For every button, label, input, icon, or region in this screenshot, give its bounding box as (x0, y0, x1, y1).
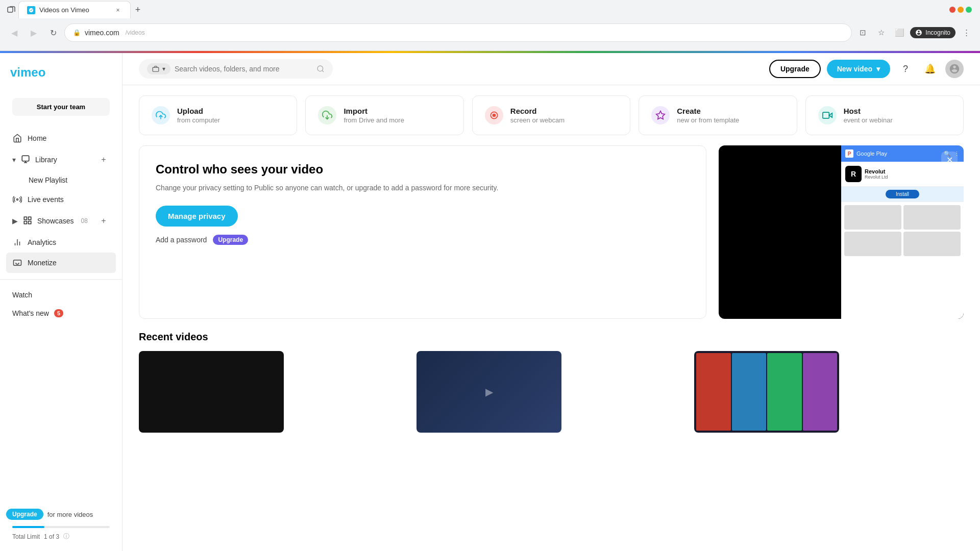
showcases-chevron: ▶ (12, 217, 18, 225)
close-tab-btn[interactable]: × (114, 6, 122, 14)
notifications-btn[interactable]: 🔔 (921, 60, 939, 78)
upgrade-btn[interactable]: Upgrade (769, 60, 821, 78)
upload-card-host[interactable]: Host event or webinar (805, 95, 964, 135)
start-team-btn[interactable]: Start your team (12, 98, 110, 116)
sidebar-bottom-nav: Watch What's new 5 (0, 286, 122, 322)
privacy-title: Control who sees your video (156, 162, 690, 177)
whats-new-badge: 5 (54, 309, 63, 317)
watch-label: Watch (12, 291, 32, 299)
showcases-left: ▶ Showcases 08 (12, 216, 88, 227)
window-maximize-btn[interactable] (966, 7, 972, 13)
upload-card-create[interactable]: Create new or from template (639, 95, 797, 135)
url-suffix: /videos (126, 29, 145, 36)
video-thumb-1[interactable] (139, 351, 284, 433)
total-limit-label: Total Limit (12, 533, 40, 540)
add-password-row: Add a password Upgrade (156, 235, 690, 245)
vimeo-logo[interactable]: vimeo (0, 61, 122, 92)
back-btn[interactable]: ◀ (6, 24, 22, 41)
sidebar-divider (0, 279, 122, 280)
sidebar-library-header[interactable]: ▾ Library + (6, 148, 116, 171)
sidebar-top-section: Start your team (0, 92, 122, 122)
new-video-btn[interactable]: New video ▾ (827, 60, 890, 78)
sidebar-showcases-header[interactable]: ▶ Showcases 08 + (6, 210, 116, 232)
forward-btn[interactable]: ▶ (26, 24, 42, 41)
sidebar-item-monetize[interactable]: Monetize (6, 253, 116, 273)
upload-card-icon-record (485, 106, 503, 124)
home-icon (12, 133, 22, 143)
window-minimize-btn[interactable] (958, 7, 964, 13)
create-sub: new or from template (677, 116, 739, 124)
bookmark-icon[interactable]: ☆ (873, 25, 889, 40)
sidebar-item-whats-new[interactable]: What's new 5 (6, 304, 116, 322)
search-icon (316, 65, 325, 73)
analytics-icon (12, 237, 22, 247)
manage-privacy-btn[interactable]: Manage privacy (156, 206, 238, 227)
window-close-btn[interactable] (949, 7, 955, 13)
showcases-icon (23, 216, 32, 227)
svg-point-3 (17, 199, 18, 201)
import-sub: from Drive and more (344, 116, 404, 124)
upgrade-small-btn[interactable]: Upgrade (6, 509, 43, 520)
upload-card-record[interactable]: Record screen or webcam (472, 95, 630, 135)
svg-rect-4 (24, 217, 27, 219)
sidebar-item-new-playlist[interactable]: New Playlist (6, 171, 116, 189)
header-actions: Upgrade New video ▾ ? 🔔 (769, 60, 964, 78)
reload-btn[interactable]: ↻ (45, 24, 61, 41)
upload-card-text-record: Record screen or webcam (510, 107, 565, 124)
search-scope-btn[interactable]: ▾ (147, 63, 170, 74)
upload-card-import[interactable]: Import from Drive and more (305, 95, 463, 135)
video-grid: ▶ (139, 351, 964, 433)
create-title: Create (677, 107, 739, 115)
new-tab-btn[interactable]: + (131, 3, 145, 17)
video-section: Control who sees your video Change your … (122, 145, 980, 331)
browser-actions: ⊡ ☆ ⬜ Incognito ⋮ (855, 25, 974, 40)
showcases-add-btn[interactable]: + (97, 215, 110, 227)
privacy-panel: Control who sees your video Change your … (139, 145, 706, 319)
cast-icon[interactable]: ⊡ (855, 25, 870, 40)
upload-card-icon-create (651, 106, 670, 124)
help-btn[interactable]: ? (896, 60, 915, 78)
library-left: ▾ Library (12, 155, 57, 165)
svg-marker-18 (656, 111, 665, 119)
for-more-videos: for more videos (47, 511, 93, 518)
svg-text:vimeo: vimeo (10, 65, 45, 79)
sidebar-item-analytics[interactable]: Analytics (6, 232, 116, 253)
upload-card-text-import: Import from Drive and more (344, 107, 404, 124)
search-input[interactable] (175, 65, 312, 73)
browser-tab-vimeo[interactable]: Videos on Vimeo × (18, 1, 131, 18)
upload-card-text-host: Host event or webinar (844, 107, 893, 124)
video-close-btn[interactable]: ✕ (941, 152, 958, 168)
address-bar[interactable]: 🔒 vimeo.com /videos (64, 23, 852, 42)
profile-icon[interactable]: ⬜ (892, 25, 907, 40)
library-add-btn[interactable]: + (97, 154, 110, 166)
video-thumb-3[interactable] (694, 351, 839, 433)
incognito-indicator: Incognito (910, 27, 955, 38)
menu-icon[interactable]: ⋮ (959, 25, 974, 40)
search-bar[interactable]: ▾ (139, 59, 333, 79)
recent-title: Recent videos (139, 331, 964, 343)
progress-bar (12, 526, 110, 528)
upload-sub: from computer (177, 116, 220, 124)
svg-rect-12 (153, 67, 159, 71)
monetize-label: Monetize (28, 259, 57, 267)
user-avatar[interactable] (945, 60, 964, 78)
app-container: vimeo Start your team Home ▾ (0, 53, 980, 551)
new-playlist-label: New Playlist (29, 176, 67, 184)
video-thumb-2[interactable]: ▶ (416, 351, 561, 433)
upload-card-upload[interactable]: Upload from computer (139, 95, 297, 135)
info-icon[interactable]: ⓘ (63, 532, 69, 541)
svg-rect-0 (8, 7, 13, 12)
svg-marker-19 (829, 113, 832, 117)
sidebar-item-home[interactable]: Home (6, 128, 116, 148)
analytics-label: Analytics (28, 238, 56, 246)
library-chevron: ▾ (12, 156, 16, 164)
add-password-label: Add a password (156, 236, 207, 244)
svg-point-13 (317, 66, 323, 71)
live-events-label: Live events (28, 195, 64, 204)
sidebar-bottom: Upgrade for more videos Total Limit 1 of… (0, 505, 122, 543)
privacy-description: Change your privacy setting to Public so… (156, 183, 690, 193)
upgrade-tag[interactable]: Upgrade (213, 235, 248, 245)
sidebar-item-watch[interactable]: Watch (6, 286, 116, 304)
sidebar-item-live-events[interactable]: Live events (6, 189, 116, 210)
tab-group-btn[interactable] (4, 3, 18, 17)
